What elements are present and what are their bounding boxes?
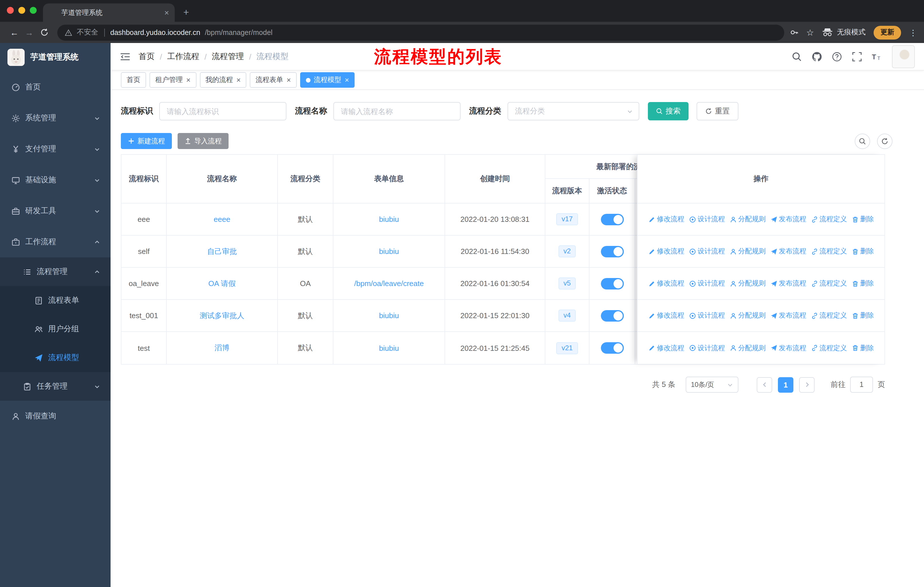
action-process-definition[interactable]: 流程定义: [811, 311, 847, 321]
refresh-table-button[interactable]: [877, 133, 893, 149]
action-assign-rule[interactable]: 分配规则: [729, 311, 766, 321]
font-size-icon[interactable]: TT: [872, 51, 882, 62]
sidebar-item-payment[interactable]: 支付管理: [0, 134, 111, 165]
browser-tab[interactable]: 芋道管理系统 ×: [43, 3, 175, 22]
forward-button[interactable]: →: [22, 28, 37, 37]
back-button[interactable]: ←: [7, 28, 22, 37]
action-assign-rule[interactable]: 分配规则: [729, 246, 766, 256]
process-name-input[interactable]: [333, 102, 460, 121]
action-delete-process[interactable]: 删除: [851, 311, 874, 321]
goto-page-input[interactable]: [850, 377, 873, 393]
reset-button[interactable]: 重置: [696, 102, 738, 121]
sidebar-item-system[interactable]: 系统管理: [0, 103, 111, 134]
sidebar-item-infra[interactable]: 基础设施: [0, 165, 111, 195]
process-name-link[interactable]: 自己审批: [167, 236, 278, 267]
update-button[interactable]: 更新: [874, 25, 901, 39]
key-icon[interactable]: [790, 28, 798, 37]
action-edit-process[interactable]: 修改流程: [648, 279, 684, 288]
action-delete-process[interactable]: 删除: [851, 343, 874, 353]
next-page-button[interactable]: [799, 377, 815, 392]
action-assign-rule[interactable]: 分配规则: [729, 214, 766, 224]
action-process-definition[interactable]: 流程定义: [811, 279, 847, 288]
process-name-link[interactable]: eeee: [167, 203, 278, 235]
tag-tenant-mgmt[interactable]: 租户管理 ×: [150, 72, 196, 88]
user-avatar[interactable]: [892, 45, 915, 68]
action-edit-process[interactable]: 修改流程: [648, 246, 684, 256]
form-info-link[interactable]: biubiu: [333, 300, 445, 331]
breadcrumb-home[interactable]: 首页: [139, 51, 155, 62]
action-publish-process[interactable]: 发布流程: [770, 279, 806, 288]
action-delete-process[interactable]: 删除: [851, 214, 874, 224]
close-icon[interactable]: ×: [345, 76, 349, 84]
tab-close-icon[interactable]: ×: [164, 8, 169, 17]
process-name-link[interactable]: 滔博: [167, 332, 278, 364]
sidebar-item-home[interactable]: 首页: [0, 72, 111, 103]
action-process-definition[interactable]: 流程定义: [811, 246, 847, 256]
window-minimize-button[interactable]: [18, 7, 25, 14]
browser-menu-icon[interactable]: ⋮: [909, 28, 915, 37]
sidebar-logo[interactable]: 芋道管理系统: [0, 43, 111, 72]
action-publish-process[interactable]: 发布流程: [770, 246, 806, 256]
close-icon[interactable]: ×: [186, 76, 190, 84]
sidebar-item-devtools[interactable]: 研发工具: [0, 195, 111, 227]
fullscreen-icon[interactable]: [852, 51, 862, 62]
action-design-process[interactable]: 设计流程: [689, 214, 725, 224]
tag-process-form[interactable]: 流程表单 ×: [250, 72, 297, 88]
current-page-button[interactable]: 1: [778, 377, 794, 392]
action-process-definition[interactable]: 流程定义: [811, 343, 847, 353]
sidebar-item-process-mgmt[interactable]: 流程管理: [0, 257, 111, 286]
tag-home[interactable]: 首页: [121, 72, 146, 88]
form-info-link[interactable]: /bpm/oa/leave/create: [333, 268, 445, 299]
action-design-process[interactable]: 设计流程: [689, 343, 725, 353]
active-toggle[interactable]: [601, 213, 624, 225]
active-toggle[interactable]: [601, 310, 624, 321]
page-size-select[interactable]: 10条/页: [686, 377, 738, 393]
active-toggle[interactable]: [601, 246, 624, 257]
tag-my-process[interactable]: 我的流程 ×: [200, 72, 246, 88]
close-icon[interactable]: ×: [236, 76, 241, 84]
sidebar-item-user-group[interactable]: 用户分组: [0, 315, 111, 343]
window-close-button[interactable]: [7, 7, 14, 14]
action-edit-process[interactable]: 修改流程: [648, 214, 684, 224]
form-info-link[interactable]: biubiu: [333, 236, 445, 267]
action-process-definition[interactable]: 流程定义: [811, 214, 847, 224]
process-key-input[interactable]: [159, 102, 286, 121]
search-button[interactable]: 搜索: [648, 102, 688, 121]
action-publish-process[interactable]: 发布流程: [770, 343, 806, 353]
sidebar-item-process-form[interactable]: 流程表单: [0, 286, 111, 315]
show-search-button[interactable]: [855, 133, 870, 149]
sidebar-item-process-model[interactable]: 流程模型: [0, 343, 111, 372]
action-design-process[interactable]: 设计流程: [689, 246, 725, 256]
action-edit-process[interactable]: 修改流程: [648, 311, 684, 321]
form-info-link[interactable]: biubiu: [333, 332, 445, 364]
action-publish-process[interactable]: 发布流程: [770, 214, 806, 224]
sidebar-item-leave-query[interactable]: 请假查询: [0, 401, 111, 432]
form-info-link[interactable]: biubiu: [333, 203, 445, 235]
action-assign-rule[interactable]: 分配规则: [729, 279, 766, 288]
process-category-select[interactable]: 流程分类: [508, 102, 639, 121]
tag-process-model[interactable]: 流程模型 ×: [300, 72, 355, 88]
prev-page-button[interactable]: [757, 377, 772, 392]
sidebar-item-workflow[interactable]: 工作流程: [0, 227, 111, 257]
action-design-process[interactable]: 设计流程: [689, 311, 725, 321]
process-name-link[interactable]: 测试多审批人: [167, 300, 278, 331]
action-delete-process[interactable]: 删除: [851, 279, 874, 288]
close-icon[interactable]: ×: [286, 76, 291, 84]
breadcrumb-workflow[interactable]: 工作流程: [167, 51, 200, 62]
github-icon[interactable]: [812, 51, 822, 62]
breadcrumb-process-mgmt[interactable]: 流程管理: [212, 51, 244, 62]
sidebar-fold-icon[interactable]: [120, 52, 130, 61]
search-icon[interactable]: [792, 51, 802, 62]
action-delete-process[interactable]: 删除: [851, 246, 874, 256]
new-tab-button[interactable]: +: [183, 7, 189, 18]
action-design-process[interactable]: 设计流程: [689, 279, 725, 288]
process-name-link[interactable]: OA 请假: [167, 268, 278, 299]
create-process-button[interactable]: 新建流程: [121, 133, 172, 149]
address-bar[interactable]: 不安全 dashboard.yudao.iocoder.cn/bpm/manag…: [57, 24, 784, 40]
reload-button[interactable]: [37, 28, 51, 37]
active-toggle[interactable]: [601, 278, 624, 289]
action-assign-rule[interactable]: 分配规则: [729, 343, 766, 353]
action-publish-process[interactable]: 发布流程: [770, 311, 806, 321]
window-zoom-button[interactable]: [30, 7, 37, 14]
active-toggle[interactable]: [601, 342, 624, 354]
